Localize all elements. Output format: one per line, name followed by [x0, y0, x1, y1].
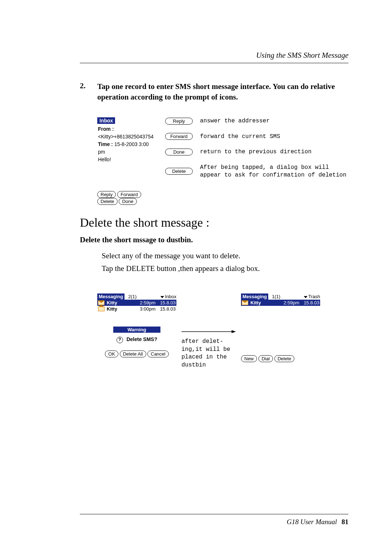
step-text: Tap one record to enter SMS short messag… [97, 81, 348, 103]
message-row[interactable]: Kitty 2:59pm 15.8.03 [241, 300, 320, 306]
warning-question: Delete SMS? [126, 336, 157, 342]
chevron-down-icon [304, 296, 307, 298]
message-date: 15.8.03 [160, 306, 176, 312]
sender-name: Kitty [107, 300, 117, 305]
delete-all-button[interactable]: Delete All [120, 351, 146, 357]
from-label: From : [98, 126, 114, 132]
page-number: 81 [342, 518, 348, 526]
message-row[interactable]: Kitty 3:00pm 15.8.03 [97, 306, 176, 312]
page-footer: G18 User Manual 81 [80, 514, 348, 526]
inbox-screenshot: Inbox From : <Kitty>+8613825043754 Time … [97, 117, 154, 205]
folder-selector[interactable]: Trash [304, 294, 320, 299]
arrow-caption: after delet-ing,it will be placed in the… [181, 338, 236, 369]
envelope-open-icon [98, 307, 105, 311]
message-time: 2:59pm [283, 300, 299, 305]
folder-selector[interactable]: Inbox [160, 294, 176, 299]
body-line-1: Select any of the message you want to de… [102, 250, 348, 263]
warning-dialog: Warning ? Delete SMS? OK Delete All Canc… [97, 327, 176, 357]
sender-name: Kitty [107, 306, 117, 312]
manual-name: G18 User Manual [287, 518, 337, 526]
messaging-inbox-screenshot: Messaging 2(1) Inbox Kitty 2:59pm 15.8.0… [97, 293, 176, 357]
legend-delete-text: After being tapped, a dialog box will ap… [200, 164, 348, 179]
done-button[interactable]: Done [119, 198, 136, 205]
arrow-right-icon [181, 330, 236, 333]
message-date: 15.8.03 [160, 300, 176, 305]
warning-title: Warning [113, 327, 160, 333]
body-line-2: Tap the DELETE button ,then appears a di… [102, 262, 348, 275]
inbox-title: Inbox [97, 117, 115, 124]
message-time: 2:59pm [140, 300, 155, 305]
delete-button[interactable]: Delete [97, 198, 118, 205]
svg-marker-1 [232, 330, 236, 333]
messaging-trash-screenshot: Messaging 1(1) Trash Kitty 2:59pm 15.8.0… [241, 293, 320, 362]
cancel-button[interactable]: Cancel [147, 351, 168, 357]
question-icon: ? [117, 337, 123, 343]
ok-button[interactable]: OK [105, 351, 118, 357]
from-value: <Kitty>+8613825043754 [98, 134, 154, 139]
messaging-chip: Messaging [97, 293, 124, 300]
section-title: Delete the short message : [80, 216, 348, 230]
forward-button[interactable]: Forward [117, 191, 141, 198]
message-date: 15.8.03 [304, 300, 319, 305]
legend-forward-button: Forward [165, 133, 193, 140]
section-subtitle: Delete the short mssage to dustbin. [80, 235, 348, 244]
chevron-down-icon [160, 296, 164, 298]
page-header: Using the SMS Short Message [80, 51, 348, 63]
message-time: 3:00pm [140, 306, 155, 312]
legend-done-text: return to the previous direction [200, 148, 348, 156]
message-row[interactable]: Kitty 2:59pm 15.8.03 [97, 300, 176, 306]
trash-count: 1(1) [272, 294, 280, 299]
step-number: 2. [80, 81, 97, 103]
legend-done-button: Done [165, 149, 193, 155]
legend-forward-text: forward the current SMS [200, 133, 348, 141]
message-body: Hello! [98, 156, 154, 163]
reply-button[interactable]: Reply [97, 191, 116, 198]
legend-reply-text: answer the addresser [200, 117, 348, 125]
sender-name: Kitty [250, 300, 261, 305]
delete-button[interactable]: Delete [274, 355, 295, 362]
legend-reply-button: Reply [165, 118, 193, 125]
new-button[interactable]: New [241, 355, 257, 362]
envelope-closed-icon [242, 300, 248, 305]
time-label: Time : [98, 141, 113, 147]
inbox-count: 2(1) [128, 294, 136, 299]
messaging-chip: Messaging [241, 293, 268, 300]
legend-delete-button: Delete [165, 168, 193, 175]
dial-button[interactable]: Dial [258, 355, 273, 362]
